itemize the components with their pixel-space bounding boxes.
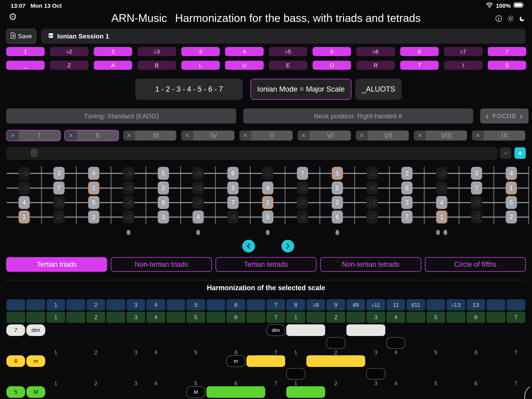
tab-non-tertian-tetrads[interactable]: Non-tertian tetrads xyxy=(320,257,421,272)
fret-note--2[interactable]: ♭2 xyxy=(53,210,64,223)
degree-pill-1[interactable]: 1 xyxy=(6,47,45,56)
position-chip-vii[interactable]: ×VII xyxy=(355,130,410,141)
mode-name-button[interactable]: Ionian Mode = Major Scale xyxy=(250,79,351,100)
degree-pill-7[interactable]: 7 xyxy=(488,47,526,56)
fret-note-5[interactable]: 5 xyxy=(88,196,99,209)
fret-note--7[interactable]: ♭7 xyxy=(367,210,378,223)
letter-pill-z[interactable]: Z xyxy=(50,61,88,70)
degree-pill-2[interactable]: 2 xyxy=(94,47,132,56)
fret-note--2[interactable]: ♭2 xyxy=(123,182,134,195)
position-chip-i[interactable]: ×I xyxy=(6,130,61,141)
fret-note-6[interactable]: 6 xyxy=(332,210,343,223)
focus-button[interactable]: ‹ FOCUS › xyxy=(480,108,529,124)
fret-note-1[interactable]: 1 xyxy=(332,167,343,180)
letter-pill-u[interactable]: U xyxy=(225,61,264,70)
fret-note-4[interactable]: 4 xyxy=(436,196,447,209)
close-icon[interactable]: × xyxy=(65,131,77,140)
fret-note--7[interactable]: ♭7 xyxy=(193,196,204,209)
fret-note--6[interactable]: ♭6 xyxy=(123,196,134,209)
remove-button[interactable]: − xyxy=(500,147,511,159)
fret-note--3[interactable]: ♭3 xyxy=(19,167,30,180)
letter-pill-i[interactable]: I xyxy=(444,61,482,70)
scale-degrees-summary-button[interactable]: 1 - 2 - 3 - 4 - 5 - 6 - 7 xyxy=(135,79,243,100)
close-icon[interactable]: × xyxy=(356,131,368,140)
neck-position-button[interactable]: Neck position: Right-handed A xyxy=(243,108,473,124)
info-icon[interactable] xyxy=(495,15,502,23)
degree-pill--5[interactable]: ♭5 xyxy=(269,47,307,56)
fret-note-3[interactable]: 3 xyxy=(227,182,239,195)
tab-tertian-tetrads[interactable]: Tertian tetrads xyxy=(215,257,317,272)
fret-note--5[interactable]: ♭5 xyxy=(123,167,134,180)
light-mode-sun-icon[interactable] xyxy=(507,15,514,23)
degree-pill-3[interactable]: 3 xyxy=(181,47,220,56)
position-chip-viii[interactable]: ×VIII xyxy=(413,130,468,141)
fret-note-7[interactable]: 7 xyxy=(297,167,308,180)
fret-note-7[interactable]: 7 xyxy=(227,196,239,209)
position-chip-ii[interactable]: ×II xyxy=(64,130,119,141)
degree-pill--6[interactable]: ♭6 xyxy=(356,47,395,56)
degree-pill--7[interactable]: ♭7 xyxy=(444,47,482,56)
close-icon[interactable]: × xyxy=(239,131,251,140)
fret-note-2[interactable]: 2 xyxy=(158,182,169,195)
fret-note-7[interactable]: 7 xyxy=(53,182,64,195)
tab-circle-of-fifths[interactable]: Circle of fifths xyxy=(425,257,526,272)
letters-word-button[interactable]: _ALUOTS xyxy=(355,79,402,100)
fret-note-3[interactable]: 3 xyxy=(401,196,412,209)
fret-note-5[interactable]: 5 xyxy=(262,210,273,223)
fret-note--5[interactable]: ♭5 xyxy=(297,182,308,195)
fret-note-1[interactable]: 1 xyxy=(19,210,30,223)
tab-tertian-triads[interactable]: Tertian triads xyxy=(6,257,107,272)
fret-note--6[interactable]: ♭6 xyxy=(193,167,204,180)
fret-note--2[interactable]: ♭2 xyxy=(367,167,378,180)
letter-pill-b[interactable]: B xyxy=(137,61,176,70)
degree-pill--3[interactable]: ♭3 xyxy=(137,47,176,56)
fret-note-1[interactable]: 1 xyxy=(436,210,447,223)
fret-note-7[interactable]: 7 xyxy=(401,210,412,223)
fret-note-3[interactable]: 3 xyxy=(158,210,169,223)
close-icon[interactable]: × xyxy=(298,131,310,140)
fret-note-2[interactable]: 2 xyxy=(506,210,517,223)
close-icon[interactable]: × xyxy=(472,131,484,140)
fret-note-5[interactable]: 5 xyxy=(332,182,343,195)
tuning-button[interactable]: Tuning: Standard (EADG) xyxy=(6,108,236,124)
fret-note--3[interactable]: ♭3 xyxy=(193,182,204,195)
fret-note-4[interactable]: 4 xyxy=(262,182,273,195)
fret-note--6[interactable]: ♭6 xyxy=(367,182,378,195)
fret-note-1[interactable]: 1 xyxy=(262,196,273,209)
fret-note-6[interactable]: 6 xyxy=(227,167,239,180)
save-button[interactable]: Save xyxy=(6,29,36,44)
fret-note-2[interactable]: 2 xyxy=(88,210,99,223)
fret-note--7[interactable]: ♭7 xyxy=(436,182,447,195)
fret-note-2[interactable]: 2 xyxy=(332,196,343,209)
fret-note-6[interactable]: 6 xyxy=(158,196,169,209)
fret-note--2[interactable]: ♭2 xyxy=(471,210,482,223)
degree-pill-6[interactable]: 6 xyxy=(400,47,439,56)
close-icon[interactable]: × xyxy=(123,131,135,140)
fret-note-5[interactable]: 5 xyxy=(158,167,169,180)
fret-note-4[interactable]: 4 xyxy=(193,210,204,223)
fret-note--5[interactable]: ♭5 xyxy=(227,210,239,223)
fret-note--6[interactable]: ♭6 xyxy=(297,210,308,223)
dark-mode-moon-icon[interactable] xyxy=(519,15,526,22)
fretboard-prev-button[interactable] xyxy=(242,240,255,253)
position-chip-v[interactable]: ×V xyxy=(239,130,293,141)
close-icon[interactable]: × xyxy=(181,131,193,140)
letter-pill-t[interactable]: T xyxy=(400,61,439,70)
letter-pill-e[interactable]: E xyxy=(269,61,307,70)
fret-note--5[interactable]: ♭5 xyxy=(471,196,482,209)
fret-note--7[interactable]: ♭7 xyxy=(19,182,30,195)
fret-note-7[interactable]: 7 xyxy=(471,182,482,195)
close-icon[interactable]: × xyxy=(414,131,426,140)
fret-note--3[interactable]: ♭3 xyxy=(436,167,447,180)
letter-pill--[interactable]: _ xyxy=(6,61,45,70)
degree-pill-4[interactable]: 4 xyxy=(225,47,264,56)
fret-note-1[interactable]: 1 xyxy=(506,182,517,195)
position-chip-vi[interactable]: ×VI xyxy=(297,130,351,141)
position-chip-ix[interactable]: ×IX xyxy=(471,130,526,141)
fret-note-5[interactable]: 5 xyxy=(506,196,517,209)
fret-note-2[interactable]: 2 xyxy=(401,167,412,180)
fret-note--3[interactable]: ♭3 xyxy=(367,196,378,209)
fret-note--3[interactable]: ♭3 xyxy=(123,210,134,223)
fret-note-4[interactable]: 4 xyxy=(19,196,30,209)
fretboard-next-button[interactable] xyxy=(281,240,294,253)
